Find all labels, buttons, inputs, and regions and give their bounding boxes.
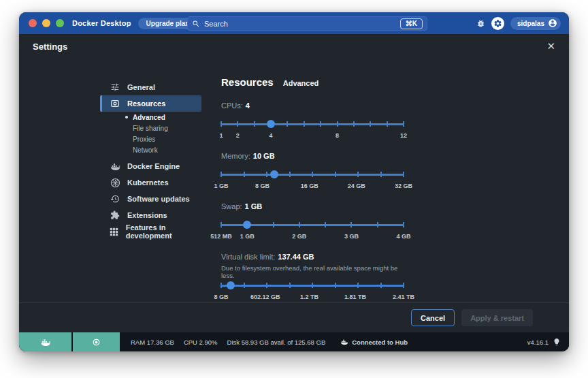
settings-sidebar: General Resources Advanced File sharing … [100, 79, 201, 240]
slider-tick-labels: 8 GB602.12 GB1.2 TB1.81 TB2.41 TB [221, 294, 404, 302]
avatar-icon [548, 18, 557, 28]
sidebar-subitem-network[interactable]: Network [100, 144, 201, 155]
sidebar-item-features-in-development[interactable]: Features in development [100, 223, 201, 240]
slider-tick [335, 283, 336, 288]
puzzle-icon [110, 210, 120, 220]
slider-handle-cpus[interactable] [267, 120, 275, 128]
sidebar-item-label: Docker Engine [127, 162, 180, 170]
sidebar-subitem-file-sharing[interactable]: File sharing [100, 123, 201, 133]
tick-label: 1.81 TB [344, 294, 366, 300]
docker-desktop-window: Docker Desktop Upgrade plan Search ⌘K si… [19, 12, 569, 351]
slider-track-cpus[interactable] [221, 119, 404, 129]
cancel-button[interactable]: Cancel [411, 309, 455, 326]
sidebar-item-resources[interactable]: Resources [100, 95, 201, 112]
resources-advanced-panel: Resources Advanced CPUs:4124812Memory:10… [221, 76, 404, 313]
status-dot-icon [93, 338, 100, 346]
tick-label: 24 GB [348, 183, 365, 189]
tick-label: 602.12 GB [250, 294, 280, 300]
slider-value-disk: 137.44 GB [278, 253, 314, 261]
slider-track-disk[interactable] [221, 280, 404, 291]
slider-tick [254, 121, 255, 127]
tick-label: 8 GB [214, 294, 228, 300]
slider-handle-disk[interactable] [227, 281, 235, 289]
slider-tick [403, 283, 404, 288]
tick-label: 2 GB [292, 233, 306, 240]
sidebar-item-software-updates[interactable]: Software updates [100, 191, 201, 207]
tick-label: 1 GB [214, 183, 228, 189]
settings-header: Settings ✕ [19, 34, 569, 59]
settings-gear-icon[interactable] [491, 17, 504, 30]
slider-tick [380, 283, 382, 288]
slider-tick [312, 172, 313, 177]
bug-report-icon[interactable] [476, 19, 485, 28]
slider-handle-memory[interactable] [270, 170, 278, 178]
grid-icon [110, 227, 119, 236]
sidebar-item-extensions[interactable]: Extensions [100, 207, 201, 223]
close-window-button[interactable] [29, 19, 37, 27]
slider-tick [299, 222, 300, 227]
hub-whale-icon [340, 338, 348, 345]
slider-tick [220, 222, 222, 227]
user-account-button[interactable]: sidpalas [510, 17, 561, 30]
tick-label: 16 GB [301, 183, 318, 189]
sidebar-subitem-proxies[interactable]: Proxies [100, 133, 201, 144]
resources-chip-icon [110, 99, 120, 108]
slider-tick [357, 283, 359, 288]
vm-status-segment[interactable] [73, 332, 121, 351]
tick-label: 32 GB [395, 183, 412, 189]
slider-track-memory[interactable] [221, 169, 404, 180]
slider-tick [244, 283, 245, 288]
slider-tick [220, 121, 222, 127]
slider-tick [325, 222, 326, 227]
sidebar-item-docker-engine[interactable]: Docker Engine [100, 158, 201, 174]
version-label: v4.16.1 [527, 338, 549, 346]
zoom-window-button[interactable] [56, 19, 64, 27]
sidebar-item-label: Resources [127, 99, 165, 108]
slider-tick [220, 172, 222, 177]
sidebar-item-general[interactable]: General [100, 79, 201, 95]
settings-body: General Resources Advanced File sharing … [19, 59, 569, 302]
slider-handle-swap[interactable] [243, 221, 251, 229]
slider-tick [370, 121, 371, 127]
sidebar-item-label: Kubernetes [127, 178, 169, 187]
update-history-icon [110, 194, 120, 204]
slider-tick [403, 121, 404, 127]
slider-tick [380, 172, 382, 177]
tick-label: 2.41 TB [393, 294, 414, 300]
slider-tick [266, 283, 267, 288]
tick-label: 512 MB [210, 233, 232, 240]
apply-restart-button[interactable]: Apply & restart [461, 309, 533, 326]
engine-running-segment[interactable] [19, 332, 73, 351]
slider-tick [289, 283, 291, 288]
titlebar: Docker Desktop Upgrade plan Search ⌘K si… [19, 12, 569, 34]
disk-usage: Disk 58.93 GB avail. of 125.68 GB [227, 338, 326, 346]
search-input[interactable]: Search ⌘K [187, 16, 427, 31]
whale-status-icon [40, 338, 51, 347]
minimize-window-button[interactable] [42, 19, 50, 27]
slider-memory: Memory:10 GB1 GB8 GB16 GB24 GB32 GB [221, 152, 404, 191]
slider-tick [273, 222, 274, 227]
tick-label: 8 [336, 132, 339, 139]
slider-track-swap[interactable] [221, 219, 404, 230]
sidebar-subitem-advanced[interactable]: Advanced [100, 112, 201, 123]
slider-tick-labels: 1 GB8 GB16 GB24 GB32 GB [221, 183, 404, 191]
sidebar-subitem-label: File sharing [133, 125, 168, 132]
status-bar: RAM 17.36 GB CPU 2.90% Disk 58.93 GB ava… [19, 332, 569, 351]
slider-tick [350, 222, 352, 227]
username-label: sidpalas [517, 20, 544, 27]
sidebar-item-label: Extensions [127, 211, 167, 219]
tick-label: 1 [219, 132, 223, 139]
sidebar-item-kubernetes[interactable]: Kubernetes [100, 174, 201, 191]
search-icon [192, 20, 200, 28]
tick-label: 1 GB [240, 233, 255, 240]
hub-connection-status[interactable]: Connected to Hub [340, 338, 408, 346]
slider-value-memory: 10 GB [253, 152, 275, 160]
tick-label: 4 GB [396, 233, 410, 240]
lightbulb-icon[interactable] [553, 338, 561, 346]
slider-label-cpus: CPUs:4 [221, 101, 404, 111]
slider-value-cpus: 4 [246, 101, 250, 110]
traffic-lights [29, 19, 64, 27]
slider-line [221, 123, 404, 125]
close-settings-icon[interactable]: ✕ [546, 40, 555, 52]
app-title: Docker Desktop [72, 19, 131, 27]
